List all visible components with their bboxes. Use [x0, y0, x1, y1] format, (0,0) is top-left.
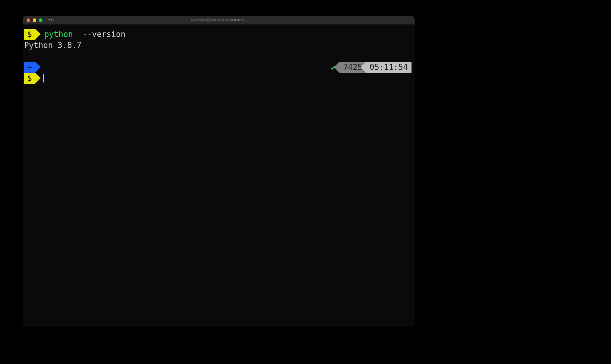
traffic-lights — [23, 18, 42, 22]
minimize-button[interactable] — [33, 18, 36, 22]
titlebar[interactable]: ⌥⌘1 seanbaier@seans-MacBook-Pro:~ — [23, 16, 415, 24]
status-time: 05:11:54 — [370, 62, 408, 73]
command-output: Python 3.8.7 — [23, 40, 415, 51]
prompt-dollar-current: $ — [27, 73, 32, 84]
prompt-dollar: $ — [27, 29, 32, 40]
right-status: ✔ 7425 05:11:54 — [327, 62, 412, 73]
terminal-body[interactable]: $ python --version Python 3.8.7 ~ ✔ — [23, 24, 415, 326]
prompt-dollar-segment-current: $ — [24, 73, 35, 84]
close-button[interactable] — [27, 18, 30, 22]
history-command-line: $ python --version — [23, 29, 415, 40]
command-argument-text: --version — [82, 30, 126, 39]
cursor — [43, 74, 44, 82]
tab-indicator: ⌥⌘1 — [48, 18, 54, 22]
history-number: 7425 — [343, 62, 362, 73]
maximize-button[interactable] — [39, 18, 42, 22]
terminal-window: ⌥⌘1 seanbaier@seans-MacBook-Pro:~ $ pyth… — [23, 16, 415, 326]
prompt-dollar-segment: $ — [24, 29, 35, 40]
prompt-dir-line: ~ ✔ 7425 05:11:54 — [23, 62, 415, 73]
blank-line — [23, 51, 415, 62]
prompt-dir: ~ — [27, 62, 32, 73]
command-program: python — [44, 30, 73, 39]
window-title: seanbaier@seans-MacBook-Pro:~ — [191, 18, 247, 22]
prompt-dir-segment: ~ — [24, 62, 35, 73]
status-time-segment: 05:11:54 — [366, 62, 412, 73]
command-argument — [78, 30, 82, 39]
current-prompt-line[interactable]: $ — [23, 73, 415, 84]
